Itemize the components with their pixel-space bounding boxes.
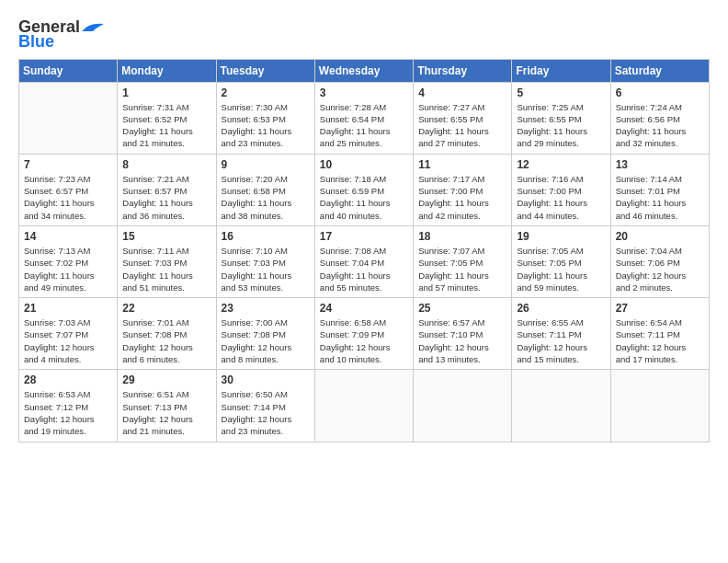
day-number: 9 xyxy=(222,158,310,171)
calendar-week-row: 14Sunrise: 7:13 AM Sunset: 7:02 PM Dayli… xyxy=(19,225,710,297)
weekday-header-tuesday: Tuesday xyxy=(216,59,314,82)
day-number: 26 xyxy=(517,302,605,315)
calendar-cell: 30Sunrise: 6:50 AM Sunset: 7:14 PM Dayli… xyxy=(216,370,314,442)
calendar-cell: 28Sunrise: 6:53 AM Sunset: 7:12 PM Dayli… xyxy=(19,370,118,442)
day-number: 25 xyxy=(418,302,506,315)
calendar-cell xyxy=(314,370,413,442)
calendar-cell: 15Sunrise: 7:11 AM Sunset: 7:03 PM Dayli… xyxy=(118,225,216,297)
day-info: Sunrise: 6:54 AM Sunset: 7:11 PM Dayligh… xyxy=(616,316,704,365)
calendar-cell: 16Sunrise: 7:10 AM Sunset: 7:03 PM Dayli… xyxy=(216,225,314,297)
day-info: Sunrise: 7:08 AM Sunset: 7:04 PM Dayligh… xyxy=(320,245,408,293)
calendar-cell: 12Sunrise: 7:16 AM Sunset: 7:00 PM Dayli… xyxy=(512,154,610,225)
calendar-cell: 26Sunrise: 6:55 AM Sunset: 7:11 PM Dayli… xyxy=(512,298,610,370)
day-info: Sunrise: 6:50 AM Sunset: 7:14 PM Dayligh… xyxy=(222,388,310,437)
calendar-cell: 17Sunrise: 7:08 AM Sunset: 7:04 PM Dayli… xyxy=(314,225,413,297)
day-number: 4 xyxy=(418,86,506,99)
day-number: 27 xyxy=(616,302,704,315)
day-info: Sunrise: 7:30 AM Sunset: 6:53 PM Dayligh… xyxy=(222,101,310,150)
day-info: Sunrise: 7:13 AM Sunset: 7:02 PM Dayligh… xyxy=(24,245,112,293)
calendar-cell: 7Sunrise: 7:23 AM Sunset: 6:57 PM Daylig… xyxy=(19,154,118,225)
day-number: 15 xyxy=(122,230,210,243)
calendar-cell xyxy=(512,370,610,442)
calendar-cell: 3Sunrise: 7:28 AM Sunset: 6:54 PM Daylig… xyxy=(314,82,413,154)
calendar-cell: 19Sunrise: 7:05 AM Sunset: 7:05 PM Dayli… xyxy=(512,225,610,297)
day-info: Sunrise: 7:21 AM Sunset: 6:57 PM Dayligh… xyxy=(122,173,210,222)
calendar-cell xyxy=(19,82,118,154)
calendar-week-row: 7Sunrise: 7:23 AM Sunset: 6:57 PM Daylig… xyxy=(19,154,710,225)
calendar-cell: 9Sunrise: 7:20 AM Sunset: 6:58 PM Daylig… xyxy=(216,154,314,225)
weekday-header-row: SundayMondayTuesdayWednesdayThursdayFrid… xyxy=(19,59,710,82)
day-number: 11 xyxy=(418,158,506,171)
day-number: 20 xyxy=(616,230,704,243)
calendar-cell: 10Sunrise: 7:18 AM Sunset: 6:59 PM Dayli… xyxy=(314,154,413,225)
day-number: 18 xyxy=(418,230,506,243)
day-number: 14 xyxy=(24,230,112,243)
calendar-cell: 29Sunrise: 6:51 AM Sunset: 7:13 PM Dayli… xyxy=(118,370,216,442)
day-number: 7 xyxy=(24,158,112,171)
calendar-cell: 20Sunrise: 7:04 AM Sunset: 7:06 PM Dayli… xyxy=(610,225,709,297)
day-info: Sunrise: 7:14 AM Sunset: 7:01 PM Dayligh… xyxy=(616,173,704,222)
calendar-week-row: 21Sunrise: 7:03 AM Sunset: 7:07 PM Dayli… xyxy=(19,298,710,370)
day-number: 22 xyxy=(122,302,210,315)
weekday-header-wednesday: Wednesday xyxy=(314,59,413,82)
day-info: Sunrise: 6:57 AM Sunset: 7:10 PM Dayligh… xyxy=(418,316,506,365)
day-number: 16 xyxy=(222,230,310,243)
day-info: Sunrise: 7:07 AM Sunset: 7:05 PM Dayligh… xyxy=(418,245,506,293)
day-number: 28 xyxy=(24,373,112,386)
day-number: 6 xyxy=(616,86,704,99)
logo: General Blue xyxy=(18,18,106,52)
weekday-header-saturday: Saturday xyxy=(610,59,709,82)
day-info: Sunrise: 7:25 AM Sunset: 6:55 PM Dayligh… xyxy=(517,101,605,150)
weekday-header-friday: Friday xyxy=(512,59,610,82)
day-number: 24 xyxy=(320,302,408,315)
day-info: Sunrise: 7:17 AM Sunset: 7:00 PM Dayligh… xyxy=(418,173,506,222)
day-number: 8 xyxy=(122,158,210,171)
day-number: 13 xyxy=(616,158,704,171)
calendar-cell: 2Sunrise: 7:30 AM Sunset: 6:53 PM Daylig… xyxy=(216,82,314,154)
calendar-cell: 13Sunrise: 7:14 AM Sunset: 7:01 PM Dayli… xyxy=(610,154,709,225)
day-info: Sunrise: 7:03 AM Sunset: 7:07 PM Dayligh… xyxy=(24,316,112,365)
calendar-cell: 11Sunrise: 7:17 AM Sunset: 7:00 PM Dayli… xyxy=(414,154,512,225)
day-info: Sunrise: 6:55 AM Sunset: 7:11 PM Dayligh… xyxy=(517,316,605,365)
day-info: Sunrise: 7:31 AM Sunset: 6:52 PM Dayligh… xyxy=(122,101,210,150)
day-number: 17 xyxy=(320,230,408,243)
calendar-cell: 25Sunrise: 6:57 AM Sunset: 7:10 PM Dayli… xyxy=(414,298,512,370)
day-number: 5 xyxy=(517,86,605,99)
weekday-header-sunday: Sunday xyxy=(19,59,118,82)
weekday-header-monday: Monday xyxy=(118,59,216,82)
day-number: 10 xyxy=(320,158,408,171)
day-info: Sunrise: 7:24 AM Sunset: 6:56 PM Dayligh… xyxy=(616,101,704,150)
calendar-cell: 21Sunrise: 7:03 AM Sunset: 7:07 PM Dayli… xyxy=(19,298,118,370)
calendar-cell: 8Sunrise: 7:21 AM Sunset: 6:57 PM Daylig… xyxy=(118,154,216,225)
calendar-cell: 18Sunrise: 7:07 AM Sunset: 7:05 PM Dayli… xyxy=(414,225,512,297)
weekday-header-thursday: Thursday xyxy=(414,59,512,82)
calendar-cell: 5Sunrise: 7:25 AM Sunset: 6:55 PM Daylig… xyxy=(512,82,610,154)
calendar-cell: 23Sunrise: 7:00 AM Sunset: 7:08 PM Dayli… xyxy=(216,298,314,370)
day-info: Sunrise: 6:53 AM Sunset: 7:12 PM Dayligh… xyxy=(24,388,112,437)
day-info: Sunrise: 7:05 AM Sunset: 7:05 PM Dayligh… xyxy=(517,245,605,293)
day-info: Sunrise: 7:27 AM Sunset: 6:55 PM Dayligh… xyxy=(418,101,506,150)
day-info: Sunrise: 7:10 AM Sunset: 7:03 PM Dayligh… xyxy=(222,245,310,293)
calendar-cell xyxy=(610,370,709,442)
logo-blue: Blue xyxy=(18,33,54,52)
day-number: 23 xyxy=(222,302,310,315)
day-number: 30 xyxy=(222,373,310,386)
day-number: 12 xyxy=(517,158,605,171)
day-info: Sunrise: 7:16 AM Sunset: 7:00 PM Dayligh… xyxy=(517,173,605,222)
day-number: 21 xyxy=(24,302,112,315)
calendar-table: SundayMondayTuesdayWednesdayThursdayFrid… xyxy=(18,59,710,442)
day-info: Sunrise: 7:23 AM Sunset: 6:57 PM Dayligh… xyxy=(24,173,112,222)
calendar-cell: 1Sunrise: 7:31 AM Sunset: 6:52 PM Daylig… xyxy=(118,82,216,154)
day-number: 2 xyxy=(222,86,310,99)
day-info: Sunrise: 7:00 AM Sunset: 7:08 PM Dayligh… xyxy=(222,316,310,365)
calendar-cell: 24Sunrise: 6:58 AM Sunset: 7:09 PM Dayli… xyxy=(314,298,413,370)
day-number: 1 xyxy=(122,86,210,99)
calendar-week-row: 1Sunrise: 7:31 AM Sunset: 6:52 PM Daylig… xyxy=(19,82,710,154)
day-info: Sunrise: 6:58 AM Sunset: 7:09 PM Dayligh… xyxy=(320,316,408,365)
day-number: 29 xyxy=(122,373,210,386)
calendar-cell xyxy=(414,370,512,442)
day-info: Sunrise: 7:20 AM Sunset: 6:58 PM Dayligh… xyxy=(222,173,310,222)
logo-icon xyxy=(80,20,106,33)
calendar-cell: 27Sunrise: 6:54 AM Sunset: 7:11 PM Dayli… xyxy=(610,298,709,370)
calendar-cell: 6Sunrise: 7:24 AM Sunset: 6:56 PM Daylig… xyxy=(610,82,709,154)
